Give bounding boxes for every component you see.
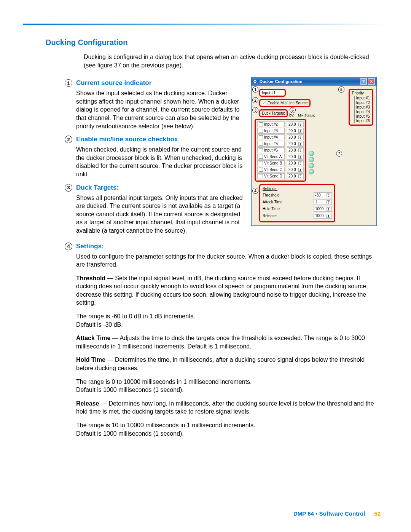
- spinner-icon[interactable]: ▲▼: [327, 193, 330, 197]
- spinner-icon[interactable]: ▲▼: [327, 200, 330, 204]
- checkbox-icon[interactable]: [259, 122, 263, 126]
- checkbox-icon[interactable]: [259, 135, 263, 139]
- dlg-callout-4: 4: [252, 188, 258, 194]
- spinner-icon[interactable]: ▲▼: [298, 174, 302, 178]
- callout-3-icon: 3: [65, 184, 72, 192]
- dlg-callout-1: 1: [252, 86, 258, 93]
- mix-status-dot: [309, 151, 314, 156]
- priority-item[interactable]: Input #5: [354, 114, 370, 119]
- spinner-icon[interactable]: ▲▼: [327, 207, 330, 211]
- spinner-icon[interactable]: ▲▼: [298, 161, 302, 165]
- duck-targets-list: Input #2Input #3Input #4Input #5Input #6…: [255, 119, 306, 182]
- settings-label: Settings:: [263, 187, 332, 191]
- by-label: by:: [289, 113, 294, 117]
- checkbox-icon[interactable]: [259, 129, 263, 133]
- help-button[interactable]: ?: [360, 78, 367, 85]
- section-1-body: Shows the input selected as the ducking …: [76, 89, 244, 130]
- threshold-range: The range is -60 to 0 dB in 1 dB increme…: [76, 312, 381, 329]
- page-title: Ducking Configuration: [46, 38, 381, 47]
- spinner-icon[interactable]: ▲▼: [298, 123, 302, 126]
- section-4-title: Settings:: [76, 243, 104, 250]
- settings-block: Settings: Threshold -30▲▼ Attack Time 1▲…: [259, 184, 335, 222]
- duck-by-input[interactable]: 20.0▲▼: [287, 160, 304, 166]
- duck-target-row[interactable]: Vit Send A: [257, 154, 285, 160]
- spinner-icon[interactable]: ▲▼: [327, 214, 330, 218]
- checkbox-icon[interactable]: [259, 155, 263, 159]
- duck-target-row[interactable]: Input #5: [257, 141, 285, 147]
- duck-target-row[interactable]: Vit Send D: [257, 173, 285, 179]
- close-button[interactable]: X: [368, 78, 375, 85]
- attack-input[interactable]: 1▲▼: [314, 199, 332, 205]
- section-3-body: Shows all potential input targets. Only …: [76, 194, 244, 235]
- app-icon: ⚙: [253, 79, 257, 84]
- checkbox-icon[interactable]: [259, 142, 263, 146]
- enable-mic-line-checkbox[interactable]: ✓ Enable Mic/Line Source: [259, 99, 311, 107]
- priority-item[interactable]: Input #3: [354, 105, 370, 110]
- duck-target-row[interactable]: Input #3: [257, 128, 285, 134]
- ducker-config-dialog: ⚙ Ducker Configuration ? X 1 Input #1 2 …: [251, 77, 377, 226]
- priority-item[interactable]: Input #2: [354, 101, 370, 105]
- spinner-icon[interactable]: ▲▼: [298, 155, 302, 159]
- threshold-input[interactable]: -30▲▼: [314, 192, 332, 198]
- duck-by-input[interactable]: 20.0▲▼: [287, 147, 304, 153]
- duck-by-input[interactable]: 20.0▲▼: [287, 167, 304, 173]
- duck-target-row[interactable]: Input #2: [257, 121, 285, 127]
- duck-by-input[interactable]: 20.0▲▼: [287, 141, 304, 147]
- dlg-callout-3: 3: [252, 107, 258, 113]
- priority-item[interactable]: Input #6: [354, 119, 370, 123]
- current-source-field[interactable]: Input #1: [259, 89, 286, 97]
- threshold-para: Threshold — Sets the input signal level,…: [76, 274, 381, 307]
- duck-target-row[interactable]: Input #6: [257, 147, 285, 153]
- spinner-icon[interactable]: ▲▼: [298, 136, 302, 139]
- section-4-head: 4 Settings:: [65, 243, 381, 250]
- attack-para: Attack Time — Adjusts the time to duck t…: [76, 334, 381, 350]
- dialog-title-text: ⚙ Ducker Configuration: [253, 79, 303, 84]
- top-gradient-bar: [23, 24, 388, 25]
- spinner-icon[interactable]: ▲▼: [298, 149, 302, 152]
- section-1-title: Current source indicator: [76, 79, 151, 87]
- duck-target-row[interactable]: Input #4: [257, 134, 285, 140]
- hold-label: Hold Time: [263, 207, 280, 211]
- callout-1-icon: 1: [65, 79, 72, 87]
- priority-list[interactable]: Priority Input #1Input #2Input #3Input #…: [349, 89, 373, 126]
- checkbox-icon[interactable]: [259, 174, 263, 178]
- duck-by-input[interactable]: 20.0▲▼: [287, 134, 304, 140]
- dlg-callout-2: 2: [252, 97, 258, 103]
- duck-by-input[interactable]: 20.0▲▼: [287, 121, 304, 127]
- release-input[interactable]: 1000▲▼: [314, 213, 332, 219]
- checkbox-icon[interactable]: [259, 148, 263, 152]
- intro-text: Ducking is configured in a dialog box th…: [84, 53, 381, 69]
- mix-status-dot: [309, 157, 314, 162]
- checkbox-icon[interactable]: ✓: [262, 101, 266, 105]
- spinner-icon[interactable]: ▲▼: [298, 129, 302, 133]
- hold-para: Hold Time — Determines the time, in mill…: [76, 356, 381, 372]
- mix-status-label: Mix Status:: [298, 113, 315, 117]
- hold-input[interactable]: 1000▲▼: [314, 206, 332, 212]
- mix-status-col: [309, 117, 314, 182]
- section-3-head: 3 Duck Targets:: [65, 184, 244, 192]
- section-2-body: When checked, ducking is enabled for the…: [76, 145, 244, 178]
- checkbox-icon[interactable]: [259, 161, 263, 165]
- section-1-head: 1 Current source indicator: [65, 79, 244, 87]
- page-footer: DMP 64 • Software Control52: [293, 510, 381, 517]
- attack-label: Attack Time: [263, 200, 282, 204]
- callout-2-icon: 2: [65, 136, 72, 143]
- spinner-icon[interactable]: ▲▼: [298, 142, 302, 146]
- duck-by-input[interactable]: 20.0▲▼: [287, 128, 304, 134]
- dlg-callout-5: 5: [338, 86, 344, 93]
- priority-item[interactable]: Input #4: [354, 110, 370, 114]
- duck-target-row[interactable]: Vit Send C: [257, 167, 285, 173]
- priority-item[interactable]: Input #1: [354, 96, 370, 101]
- spinner-icon[interactable]: ▲▼: [298, 168, 302, 172]
- duck-by-input[interactable]: 20.0▲▼: [287, 154, 304, 160]
- callout-4-icon: 4: [65, 243, 72, 250]
- dialog-titlebar: ⚙ Ducker Configuration ? X: [252, 77, 376, 86]
- duck-by-input[interactable]: 20.0▲▼: [287, 173, 304, 179]
- mix-status-dot: [309, 163, 314, 168]
- release-label: Release: [263, 214, 277, 218]
- section-2-title: Enable mic/line source checkbox: [76, 136, 178, 143]
- duck-target-row[interactable]: Vit Send B: [257, 160, 285, 166]
- checkbox-icon[interactable]: [259, 168, 263, 172]
- page-content: Ducking Configuration Ducking is configu…: [46, 38, 381, 443]
- release-range: The range is 10 to 10000 milliseconds in…: [76, 421, 381, 438]
